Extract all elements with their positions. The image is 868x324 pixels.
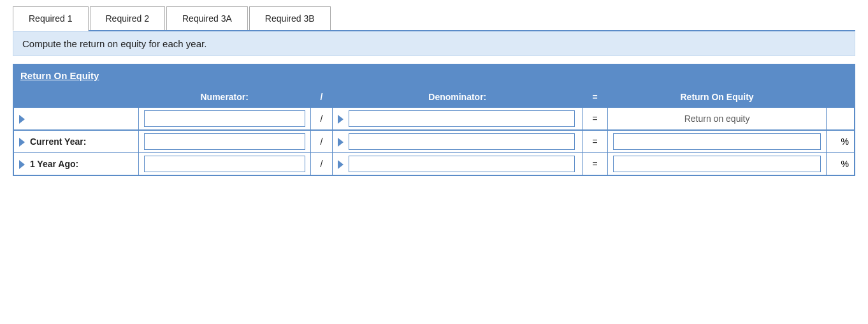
row2-return-input[interactable] — [613, 133, 821, 150]
row3-return-input[interactable] — [613, 156, 821, 172]
table-header-row1: Return On Equity — [13, 64, 855, 87]
table-row: Current Year: / = % — [13, 130, 855, 153]
row2-percent-cell: % — [827, 130, 855, 153]
col-header-numerator: Numerator: — [138, 87, 310, 108]
row3-denom-triangle-icon — [338, 160, 344, 169]
row3-percent-sign: % — [841, 159, 849, 169]
row1-equals-cell: = — [582, 108, 607, 131]
row2-denominator-input[interactable] — [349, 133, 575, 150]
return-on-equity-table: Return On Equity Numerator: / Denominato… — [13, 64, 855, 176]
row3-percent-cell: % — [827, 153, 855, 176]
row3-numerator-input[interactable] — [144, 156, 305, 172]
row1-label-cell — [13, 108, 138, 131]
row1-denominator-input[interactable] — [349, 110, 575, 127]
page-container: Required 1 Required 2 Required 3A Requir… — [0, 0, 868, 182]
instruction-bar: Compute the return on equity for each ye… — [13, 31, 855, 56]
row1-triangle-icon — [19, 115, 25, 124]
col-header-return: Return On Equity — [607, 87, 826, 108]
tab-required3a[interactable]: Required 3A — [166, 6, 248, 30]
instruction-text: Compute the return on equity for each ye… — [22, 38, 206, 49]
row2-triangle-icon — [19, 138, 25, 147]
row2-return-cell — [607, 130, 826, 153]
table-header-row2: Numerator: / Denominator: = Return On Eq… — [13, 87, 855, 108]
row1-return-value-cell: Return on equity — [607, 108, 826, 131]
row3-denominator-input[interactable] — [349, 156, 575, 172]
row3-slash-cell: / — [310, 153, 332, 176]
row2-label-cell: Current Year: — [13, 130, 138, 153]
row3-numerator-cell — [138, 153, 310, 176]
row1-numerator-input[interactable] — [144, 110, 305, 127]
row1-return-text: Return on equity — [684, 114, 750, 124]
tab-required2[interactable]: Required 2 — [90, 6, 166, 30]
row1-denominator-cell — [333, 108, 583, 131]
row3-label-cell: 1 Year Ago: — [13, 153, 138, 176]
row3-label-text: 1 Year Ago: — [30, 159, 78, 169]
col-header-equals: = — [582, 87, 607, 108]
row2-denominator-cell — [333, 130, 583, 153]
row3-return-cell — [607, 153, 826, 176]
row2-label-text: Current Year: — [30, 136, 86, 147]
row3-denominator-cell — [333, 153, 583, 176]
table-header-title: Return On Equity — [20, 70, 99, 81]
row1-numerator-cell — [138, 108, 310, 131]
table-row: 1 Year Ago: / = % — [13, 153, 855, 176]
row1-percent-cell — [827, 108, 855, 131]
col-header-slash: / — [310, 87, 332, 108]
col-header-denominator: Denominator: — [333, 87, 583, 108]
table-row: / = Return on equity — [13, 108, 855, 131]
row1-slash-cell: / — [310, 108, 332, 131]
row1-denom-triangle-icon — [338, 115, 344, 124]
row2-denom-triangle-icon — [338, 138, 344, 147]
row2-numerator-input[interactable] — [144, 133, 305, 150]
row2-equals-cell: = — [582, 130, 607, 153]
tab-required3b[interactable]: Required 3B — [249, 6, 331, 30]
row3-equals-cell: = — [582, 153, 607, 176]
row2-slash-cell: / — [310, 130, 332, 153]
row3-triangle-icon — [19, 160, 25, 169]
row2-numerator-cell — [138, 130, 310, 153]
row2-percent-sign: % — [841, 136, 849, 147]
tab-required1[interactable]: Required 1 — [13, 6, 89, 31]
tabs-container: Required 1 Required 2 Required 3A Requir… — [13, 6, 855, 31]
